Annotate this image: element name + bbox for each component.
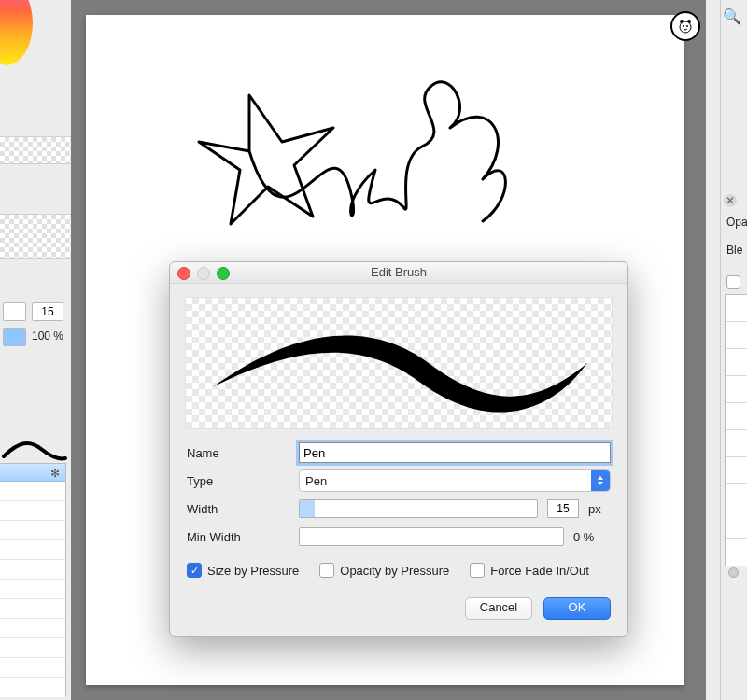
brush-list: ✻ — [0, 463, 66, 697]
dialog-titlebar[interactable]: Edit Brush — [170, 262, 627, 284]
close-icon[interactable]: ✕ — [724, 194, 737, 207]
blend-label-right: Ble — [726, 244, 742, 257]
canvas-scribble — [193, 58, 520, 263]
opacity-color-box[interactable] — [3, 328, 26, 346]
list-item[interactable] — [0, 560, 65, 580]
list-item[interactable] — [0, 638, 65, 658]
svg-point-4 — [686, 25, 688, 27]
checkbox-icon: ✓ — [187, 563, 202, 578]
type-label: Type — [187, 474, 289, 488]
check-label: Force Fade In/Out — [490, 564, 589, 578]
brush-preview-stroke — [186, 298, 612, 428]
window-close-button[interactable] — [177, 267, 190, 280]
svg-point-2 — [680, 21, 691, 33]
dialog-title: Edit Brush — [371, 265, 427, 279]
list-item[interactable] — [726, 376, 747, 403]
name-label: Name — [187, 446, 289, 460]
color-picker-swatch[interactable] — [0, 0, 33, 65]
panel-checkbox[interactable] — [726, 275, 740, 289]
opacity-label: 100 % — [32, 329, 63, 343]
checkbox-icon — [319, 563, 334, 578]
list-item[interactable] — [726, 403, 747, 430]
gear-icon[interactable]: ✻ — [50, 467, 60, 480]
right-panel: 🔍 ✕ Opa Ble — [720, 0, 747, 700]
opacity-by-pressure-check[interactable]: Opacity by Pressure — [319, 563, 449, 578]
list-item[interactable] — [0, 482, 65, 501]
minwidth-slider[interactable] — [299, 527, 564, 546]
foreground-color-box[interactable] — [3, 302, 26, 321]
check-label: Size by Pressure — [207, 564, 299, 578]
row-width: Width px — [187, 495, 611, 523]
brush-stroke-thumb[interactable] — [0, 214, 71, 259]
minwidth-label: Min Width — [187, 530, 289, 544]
dialog-form: Name Type Pen Width px Min Width — [187, 439, 611, 586]
brush-preview — [185, 297, 613, 429]
window-controls — [177, 267, 230, 280]
brush-size-input[interactable] — [32, 302, 63, 321]
mascot-icon — [677, 18, 694, 35]
cancel-button[interactable]: Cancel — [465, 597, 532, 620]
left-panel: 100 % ✻ — [0, 0, 71, 700]
list-item[interactable] — [0, 658, 65, 678]
row-name: Name — [187, 439, 611, 467]
force-fade-check[interactable]: Force Fade In/Out — [470, 563, 589, 578]
list-item[interactable] — [726, 511, 747, 539]
list-item[interactable] — [0, 580, 65, 599]
brush-stroke-icon — [2, 436, 67, 464]
window-zoom-button[interactable] — [217, 267, 230, 280]
width-input[interactable] — [547, 499, 579, 518]
slider-fill — [300, 500, 315, 517]
type-select[interactable]: Pen — [299, 469, 611, 492]
list-item[interactable] — [726, 295, 747, 322]
brush-list-header[interactable]: ✻ — [0, 464, 65, 482]
app-root: 100 % ✻ — [0, 0, 747, 700]
magnifier-icon[interactable]: 🔍 — [723, 7, 741, 25]
list-item[interactable] — [726, 430, 747, 457]
type-select-value: Pen — [305, 474, 327, 488]
chevron-updown-icon — [591, 470, 610, 491]
list-item[interactable] — [0, 501, 65, 521]
edit-brush-dialog: Edit Brush Name Type Pen Width — [169, 261, 628, 637]
panel-dot-icon — [728, 567, 739, 578]
user-avatar[interactable] — [670, 11, 700, 41]
width-slider[interactable] — [299, 499, 538, 518]
width-unit: px — [588, 502, 611, 516]
list-item[interactable] — [0, 521, 65, 540]
check-label: Opacity by Pressure — [340, 564, 449, 578]
list-item[interactable] — [726, 457, 747, 484]
window-minimize-button — [197, 267, 210, 280]
checkbox-icon — [470, 563, 485, 578]
pattern-thumb-1[interactable] — [0, 136, 71, 164]
list-item[interactable] — [0, 599, 65, 619]
size-by-pressure-check[interactable]: ✓ Size by Pressure — [187, 563, 299, 578]
row-type: Type Pen — [187, 467, 611, 495]
list-item[interactable] — [0, 619, 65, 638]
list-item[interactable] — [726, 349, 747, 376]
minwidth-value: 0 % — [573, 530, 611, 544]
dialog-buttons: Cancel OK — [170, 597, 611, 620]
opacity-label-right: Opa — [726, 216, 747, 229]
list-item[interactable] — [0, 540, 65, 560]
width-label: Width — [187, 502, 289, 516]
ok-button[interactable]: OK — [543, 597, 611, 620]
svg-point-3 — [683, 25, 684, 27]
name-input[interactable] — [299, 442, 611, 463]
checkbox-row: ✓ Size by Pressure Opacity by Pressure F… — [187, 554, 611, 586]
list-item[interactable] — [726, 322, 747, 349]
list-item[interactable] — [726, 484, 747, 511]
row-minwidth: Min Width 0 % — [187, 523, 611, 551]
layers-grid — [725, 294, 747, 566]
